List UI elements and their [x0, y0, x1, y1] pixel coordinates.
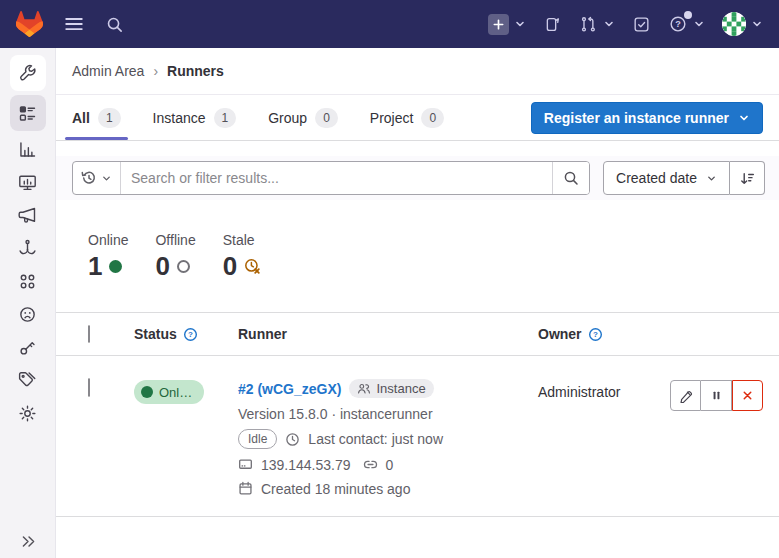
breadcrumb-separator: › [153, 63, 158, 79]
online-dot-icon [141, 386, 153, 398]
todo-check-icon [632, 15, 651, 34]
wrench-icon [17, 63, 38, 84]
linked-projects-count: 0 [386, 457, 394, 473]
stat-online: Online 1 [88, 232, 128, 279]
runner-created-text: Created 18 minutes ago [261, 481, 410, 497]
search-history-button[interactable] [73, 162, 121, 194]
breadcrumb: Admin Area › Runners [56, 48, 779, 95]
column-header-runner: Runner [238, 326, 287, 342]
sidebar-item-analytics[interactable] [10, 133, 46, 166]
edit-runner-button[interactable] [670, 380, 701, 411]
chevron-down-icon [751, 18, 763, 30]
tab-group[interactable]: Group 0 [268, 95, 338, 140]
gear-icon [17, 403, 38, 424]
tab-label: Group [268, 110, 307, 126]
row-checkbox[interactable] [88, 378, 90, 397]
svg-text:?: ? [593, 330, 598, 339]
delete-runner-button[interactable] [732, 380, 763, 411]
tab-label: Project [370, 110, 414, 126]
clock-icon [285, 432, 300, 447]
sidebar-item-admin-area[interactable] [10, 55, 46, 91]
sidebar-item-labels[interactable] [10, 364, 46, 397]
chevron-down-icon [101, 173, 112, 184]
new-menu-button[interactable] [488, 14, 526, 35]
notification-dot [684, 11, 692, 19]
collapse-sidebar-button[interactable] [0, 533, 56, 550]
status-badge: Online [134, 380, 204, 404]
key-icon [17, 337, 38, 358]
hamburger-menu-icon[interactable] [63, 13, 85, 35]
sort-direction-button[interactable] [730, 161, 765, 195]
search-input[interactable] [121, 162, 552, 194]
question-circle-icon[interactable]: ? [183, 327, 198, 342]
select-all-checkbox[interactable] [88, 325, 90, 343]
link-icon [363, 457, 378, 472]
search-submit-button[interactable] [552, 162, 589, 194]
sidebar-item-overview[interactable] [10, 95, 46, 131]
runners-filter-bar: Created date [56, 156, 779, 200]
tab-count-badge: 0 [421, 108, 444, 128]
tab-instance[interactable]: Instance 1 [153, 95, 237, 140]
stat-label: Stale [223, 232, 261, 248]
sidebar-item-system-hooks[interactable] [10, 232, 46, 265]
sidebar-item-applications[interactable] [10, 265, 46, 298]
runner-ip-address: 139.144.53.79 [261, 457, 351, 473]
stat-value: 0 [223, 253, 237, 279]
sort-controls: Created date [603, 161, 765, 195]
gitlab-admin-runners-page: ? [0, 0, 779, 558]
avatar [722, 12, 746, 36]
runner-type-badge: Instance [349, 379, 433, 398]
todos-button[interactable] [632, 15, 651, 34]
collapse-sidebar-icon [20, 533, 37, 550]
runner-link[interactable]: #2 (wCG_zeGX) [238, 381, 341, 397]
svg-text:?: ? [675, 19, 681, 29]
breadcrumb-runners: Runners [167, 63, 224, 79]
stat-stale: Stale 0 [223, 232, 261, 279]
sidebar-item-abuse-reports[interactable] [10, 298, 46, 331]
help-button[interactable]: ? [668, 14, 705, 34]
admin-sidebar [0, 48, 56, 558]
sidebar-item-monitoring[interactable] [10, 166, 46, 199]
monitor-icon [17, 172, 38, 193]
search-icon[interactable] [105, 15, 124, 34]
status-badge-label: Online [159, 385, 194, 400]
stat-value: 1 [88, 253, 102, 279]
breadcrumb-admin-area[interactable]: Admin Area [72, 63, 144, 79]
online-dot-icon [109, 260, 122, 273]
main-content: Admin Area › Runners All 1 Instance 1 Gr… [56, 48, 779, 558]
question-circle-icon[interactable]: ? [588, 327, 603, 342]
register-instance-runner-button[interactable]: Register an instance runner [531, 102, 763, 134]
top-navigation-bar: ? [0, 0, 779, 48]
chevron-down-icon [514, 18, 526, 30]
megaphone-icon [17, 205, 38, 226]
runner-summary-cell: #2 (wCG_zeGX) Instance Version 15.8.0 · … [238, 379, 538, 504]
owner-link[interactable]: Administrator [538, 384, 620, 400]
gitlab-logo[interactable] [16, 11, 43, 37]
tab-project[interactable]: Project 0 [370, 95, 444, 140]
sidebar-item-messages[interactable] [10, 199, 46, 232]
sort-by-dropdown[interactable]: Created date [603, 161, 730, 195]
sidebar-item-settings[interactable] [10, 397, 46, 430]
tab-count-badge: 1 [98, 108, 121, 128]
abuse-face-icon [17, 304, 38, 325]
tab-all[interactable]: All 1 [72, 95, 121, 140]
stale-clock-icon [244, 258, 261, 275]
runner-status-stats: Online 1 Offline 0 Stale 0 [88, 232, 763, 279]
issues-button[interactable] [543, 15, 562, 34]
chevron-down-icon [603, 18, 615, 30]
pencil-icon [679, 389, 693, 403]
issues-icon [543, 15, 562, 34]
runner-type-label: Instance [376, 381, 425, 396]
merge-requests-button[interactable] [579, 15, 615, 34]
calendar-icon [238, 481, 253, 496]
pause-runner-button[interactable] [701, 380, 732, 411]
runner-row: Online #2 (wCG_zeGX) Instance [56, 356, 779, 517]
sidebar-item-credentials[interactable] [10, 331, 46, 364]
filtered-search [72, 161, 590, 195]
tab-count-badge: 0 [315, 108, 338, 128]
table-header-row: Status ? Runner Owner ? [56, 312, 779, 356]
host-icon [238, 457, 253, 472]
user-menu-button[interactable] [722, 12, 763, 36]
runner-actions [667, 380, 763, 411]
tab-label: Instance [153, 110, 206, 126]
